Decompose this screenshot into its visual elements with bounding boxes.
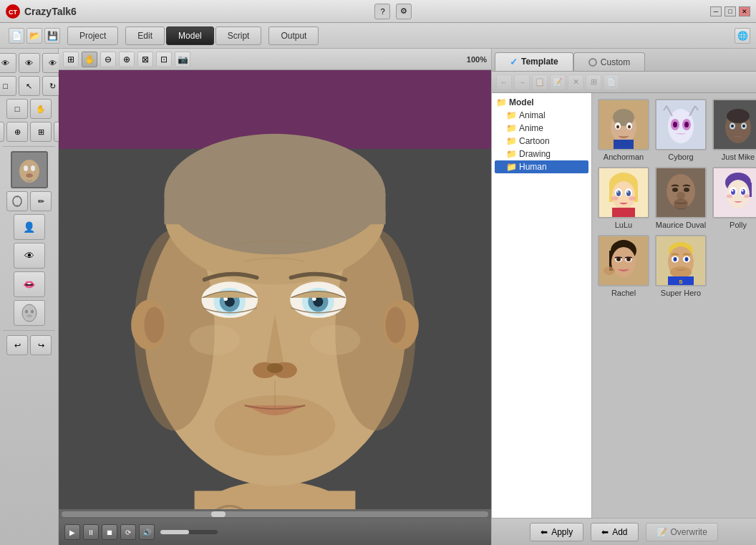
svg-point-55 bbox=[673, 122, 677, 127]
arrow-select-button[interactable]: ↖ bbox=[19, 76, 40, 96]
canvas-zoom-out-button[interactable]: ⊖ bbox=[100, 52, 116, 67]
help-button[interactable]: ? bbox=[374, 4, 390, 19]
tree-human-label: Human bbox=[519, 162, 547, 172]
panel-forward-button[interactable]: → bbox=[514, 74, 530, 90]
thumbnail-grid: Anchorman bbox=[592, 93, 756, 518]
canvas-viewport[interactable] bbox=[59, 70, 491, 509]
svg-point-5 bbox=[26, 173, 33, 178]
panel-delete-button[interactable]: ✕ bbox=[568, 74, 583, 90]
panel-import-button[interactable]: 📄 bbox=[604, 74, 619, 90]
thumb-polly[interactable]: Polly bbox=[712, 167, 756, 229]
svg-point-87 bbox=[727, 180, 750, 208]
svg-point-76 bbox=[629, 196, 636, 201]
thumb-superhero[interactable]: S Super Hero bbox=[655, 235, 707, 297]
face-select-button[interactable] bbox=[6, 191, 28, 211]
loop-button[interactable]: ⟳ bbox=[120, 524, 136, 540]
view-eye-button[interactable]: 👁 bbox=[19, 53, 40, 73]
panel-paste-button[interactable]: 📝 bbox=[550, 74, 566, 90]
main-content: 👁 👁 👁 □ ↖ ↻ □ ✋ ⊖ ⊕ ⊞ ⊡ bbox=[0, 49, 756, 545]
save-file-button[interactable]: 💾 bbox=[44, 28, 60, 44]
template-tab-label: Template bbox=[521, 57, 558, 67]
globe-button[interactable]: 🌐 bbox=[735, 28, 750, 44]
tree-item-model[interactable]: 📁 Model bbox=[495, 96, 588, 109]
app-logo: CT bbox=[6, 4, 20, 19]
maximize-button[interactable]: □ bbox=[724, 6, 736, 16]
pause-button[interactable]: ⏸ bbox=[83, 524, 99, 540]
tree-item-human[interactable]: 📁 Human bbox=[495, 160, 588, 173]
tree-item-cartoon[interactable]: 📁 Cartoon bbox=[495, 135, 588, 148]
canvas-scrollbar[interactable] bbox=[59, 509, 491, 519]
panel-back-button[interactable]: ← bbox=[496, 74, 512, 90]
tree-item-drawing[interactable]: 📁 Drawing bbox=[495, 148, 588, 160]
tree-item-animal[interactable]: 📁 Animal bbox=[495, 109, 588, 122]
tree-item-anime[interactable]: 📁 Anime bbox=[495, 122, 588, 135]
canvas-screenshot-button[interactable]: 📷 bbox=[175, 52, 190, 67]
overwrite-button[interactable]: 📝 Overwrite bbox=[646, 523, 718, 541]
scroll-thumb[interactable] bbox=[211, 511, 226, 517]
settings-button[interactable]: ⚙ bbox=[396, 4, 412, 19]
stop-button[interactable]: ⏹ bbox=[102, 524, 117, 540]
face-mask-button[interactable] bbox=[14, 300, 45, 326]
menu-model[interactable]: Model bbox=[166, 26, 214, 45]
scroll-track[interactable] bbox=[62, 511, 488, 517]
svg-point-112 bbox=[685, 257, 689, 261]
canvas-fit-button[interactable]: ⊠ bbox=[137, 52, 153, 67]
tab-template[interactable]: ✓ Template bbox=[495, 52, 573, 71]
canvas-zoom-in-button[interactable]: ⊕ bbox=[119, 52, 135, 67]
add-button[interactable]: ⬅ Add bbox=[591, 523, 638, 541]
volume-slider[interactable] bbox=[160, 530, 218, 534]
svg-point-63 bbox=[742, 125, 745, 127]
apply-button[interactable]: ⬅ Apply bbox=[530, 523, 583, 541]
rect-select-button[interactable]: □ bbox=[0, 76, 16, 96]
new-file-button[interactable]: 📄 bbox=[9, 28, 24, 44]
play-button[interactable]: ▶ bbox=[64, 524, 80, 540]
canvas-hand-button[interactable]: ✋ bbox=[82, 52, 97, 67]
zoom-out-button[interactable]: ⊖ bbox=[0, 122, 4, 142]
svg-point-99 bbox=[611, 247, 636, 277]
zoom-fit-button[interactable]: ⊞ bbox=[30, 122, 52, 142]
hand-button[interactable]: ✋ bbox=[30, 99, 52, 119]
undo-button[interactable]: ↩ bbox=[6, 335, 28, 355]
thumb-anchorman[interactable]: Anchorman bbox=[598, 99, 649, 161]
eye-tool-button[interactable]: 👁 bbox=[14, 243, 45, 269]
svg-point-83 bbox=[674, 198, 688, 210]
menu-edit[interactable]: Edit bbox=[125, 26, 165, 45]
mask-button[interactable]: □ bbox=[6, 99, 28, 119]
thumb-lulu[interactable]: LuLu bbox=[598, 167, 649, 229]
thumb-label-polly: Polly bbox=[730, 221, 747, 229]
thumb-mauriceduval[interactable]: Maurice Duval bbox=[655, 167, 707, 229]
svg-point-111 bbox=[674, 257, 677, 261]
face-image bbox=[59, 70, 491, 509]
svg-point-4 bbox=[31, 165, 35, 171]
svg-point-73 bbox=[617, 191, 619, 193]
thumb-img-lulu bbox=[598, 167, 649, 218]
menu-script[interactable]: Script bbox=[215, 26, 262, 45]
thumb-justmike[interactable]: Just Mike bbox=[712, 99, 756, 161]
portrait-button[interactable]: 👤 bbox=[14, 214, 45, 240]
view-face-button[interactable]: 👁 bbox=[0, 53, 16, 73]
svg-point-24 bbox=[144, 307, 164, 343]
panel-copy-button[interactable]: 📋 bbox=[532, 74, 548, 90]
app-title: CrazyTalk6 bbox=[24, 6, 77, 17]
zoom-in-button[interactable]: ⊕ bbox=[6, 122, 28, 142]
open-file-button[interactable]: 📂 bbox=[26, 28, 42, 44]
redo-button[interactable]: ↪ bbox=[30, 335, 52, 355]
svg-rect-50 bbox=[614, 140, 634, 149]
panel-expand-button[interactable]: ⊞ bbox=[586, 74, 601, 90]
menu-output[interactable]: Output bbox=[268, 26, 319, 45]
canvas-expand-button[interactable]: ⊞ bbox=[63, 52, 79, 67]
tab-custom[interactable]: Custom bbox=[573, 52, 645, 71]
thumb-cyborg[interactable]: Cyborg bbox=[655, 99, 707, 161]
tree-anime-label: Anime bbox=[519, 123, 543, 133]
thumb-label-lulu: LuLu bbox=[615, 221, 632, 229]
minimize-button[interactable]: ─ bbox=[710, 6, 722, 16]
close-button[interactable]: ✕ bbox=[739, 6, 750, 16]
apply-icon: ⬅ bbox=[541, 527, 548, 537]
menu-project[interactable]: Project bbox=[67, 26, 118, 45]
model-folder-icon: 📁 bbox=[496, 97, 507, 107]
thumb-rachel[interactable]: Rachel bbox=[598, 235, 649, 297]
edit-face-button[interactable]: ✏ bbox=[30, 191, 52, 211]
svg-point-72 bbox=[626, 190, 631, 196]
canvas-resize-button[interactable]: ⊡ bbox=[156, 52, 172, 67]
mouth-tool-button[interactable]: 👄 bbox=[14, 271, 45, 297]
